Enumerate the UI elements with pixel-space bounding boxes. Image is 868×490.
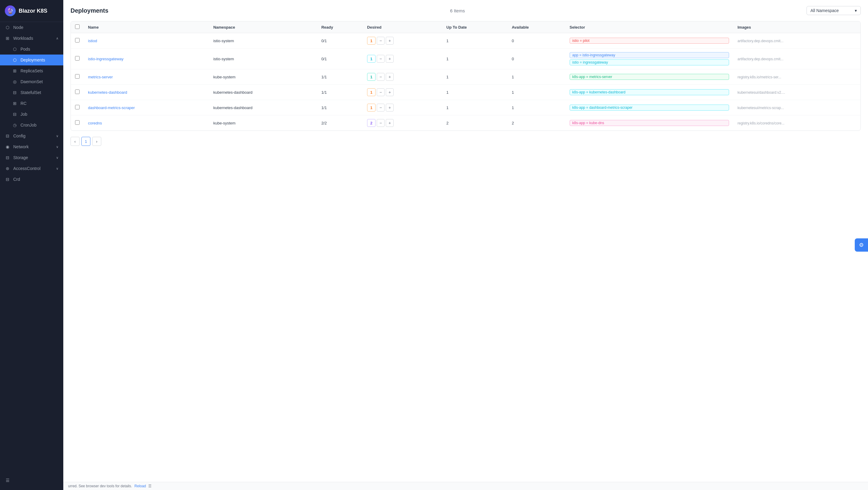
increment-button[interactable]: + [386,37,394,44]
page-header: Deployments 6 Items All Namespace ▾ [70,6,861,15]
workloads-submenu: ⬡ Pods ⬡ Deployments ⊞ ReplicaSets ◎ Dae… [0,44,63,130]
deployment-selectors: k8s-app = kube-dns [565,115,733,131]
deployment-name[interactable]: dashboard-metrics-scraper [84,100,209,115]
sidebar-item-job[interactable]: ⊟ Job [0,109,63,120]
sidebar-item-label: CronJob [21,123,59,127]
sidebar-item-node[interactable]: ⬡ Node [0,22,63,33]
row-checkbox[interactable] [75,90,80,94]
namespace-dropdown[interactable]: All Namespace ▾ [807,6,861,15]
sidebar-item-pods[interactable]: ⬡ Pods [0,44,63,55]
col-name: Name [84,21,209,33]
sidebar-item-cronjob[interactable]: ◷ CronJob [0,120,63,130]
deployment-namespace: kubernetes-dashboard [209,85,317,100]
decrement-button[interactable]: − [377,55,384,63]
status-message: urred. See browser dev tools for details… [68,484,132,488]
sidebar-item-label: Workloads [13,36,53,41]
next-page-button[interactable]: › [92,137,101,146]
deployment-images: kubernetesui/metrics-scrap... [733,100,861,115]
deployment-available: 0 [507,49,565,69]
row-checkbox-cell [71,33,84,49]
row-checkbox[interactable] [75,74,80,79]
sidebar-item-accesscontrol[interactable]: ⊛ AccessControl ∨ [0,163,63,174]
namespace-chevron: ▾ [855,8,857,13]
table-row: coredns kube-system 2/2 2 − + 2 2 k8s-ap… [71,115,861,131]
deployment-desired: 1 − + [363,85,442,100]
increment-button[interactable]: + [386,55,394,63]
namespace-value: All Namespace [810,8,839,13]
increment-button[interactable]: + [386,119,394,127]
deployment-images: registry.k8s.io/metrics-ser... [733,69,861,85]
deployment-uptodate: 1 [442,100,507,115]
chevron-down-icon: ∨ [56,167,59,171]
deployment-name[interactable]: coredns [84,115,209,131]
app-title: Blazor K8S [19,8,47,14]
deployment-namespace: kubernetes-dashboard [209,100,317,115]
deployment-images: registry.k8s.io/coredns/core... [733,115,861,131]
increment-button[interactable]: + [386,73,394,81]
sidebar-item-config[interactable]: ⊟ Config ∨ [0,130,63,141]
chevron-up-icon: ∧ [56,36,59,40]
deployment-name[interactable]: metrics-server [84,69,209,85]
deployment-desired: 1 − + [363,69,442,85]
node-icon: ⬡ [5,25,10,30]
sidebar-item-rc[interactable]: ⊞ RC [0,98,63,109]
table-row: metrics-server kube-system 1/1 1 − + 1 1… [71,69,861,85]
sidebar-item-workloads[interactable]: ⊞ Workloads ∧ [0,33,63,44]
decrement-button[interactable]: − [377,88,384,96]
main-content: Deployments 6 Items All Namespace ▾ Name… [63,0,868,490]
sidebar-item-storage[interactable]: ⊟ Storage ∨ [0,152,63,163]
logo-icon: 🔮 [5,5,16,16]
deployment-selectors: k8s-app = dashboard-metrics-scraper [565,100,733,115]
sidebar-item-label: ReplicaSets [21,68,59,73]
select-all-checkbox[interactable] [75,24,80,29]
decrement-button[interactable]: − [377,119,384,127]
prev-page-button[interactable]: ‹ [70,137,80,146]
sidebar-item-statefulset[interactable]: ⊟ StatefulSet [0,87,63,98]
deployment-uptodate: 1 [442,33,507,49]
deployment-images: artifactory.dep.devops.cmit... [733,33,861,49]
job-icon: ⊟ [12,112,18,117]
row-checkbox[interactable] [75,38,80,42]
deployment-available: 1 [507,69,565,85]
col-selector: Selector [565,21,733,33]
deployment-uptodate: 2 [442,115,507,131]
row-checkbox[interactable] [75,105,80,110]
deployment-name[interactable]: istio-ingressgateway [84,49,209,69]
sidebar-item-network[interactable]: ◉ Network ∨ [0,141,63,152]
sidebar-item-deployments[interactable]: ⬡ Deployments [0,55,63,65]
row-checkbox-cell [71,100,84,115]
col-desired: Desired [363,21,442,33]
sidebar-item-label: Network [13,144,53,149]
col-images: Images [733,21,861,33]
decrement-button[interactable]: − [377,104,384,112]
deployment-available: 2 [507,115,565,131]
sidebar-item-replicasets[interactable]: ⊞ ReplicaSets [0,65,63,76]
sidebar-item-crd[interactable]: ⊟ Crd [0,174,63,185]
deployment-images: artifactory.dep.devops.cmit... [733,49,861,69]
increment-button[interactable]: + [386,88,394,96]
deployment-uptodate: 1 [442,85,507,100]
deployment-ready: 2/2 [317,115,363,131]
decrement-button[interactable]: − [377,37,384,44]
deployment-name[interactable]: kubernetes-dashboard [84,85,209,100]
deployment-uptodate: 1 [442,69,507,85]
deployment-selectors: k8s-app = kubernetes-dashboard [565,85,733,100]
reload-link[interactable]: Reload [134,484,146,488]
settings-fab[interactable]: ⚙ [855,238,868,252]
sidebar-item-menu[interactable]: ☰ [5,476,59,485]
row-checkbox-cell [71,85,84,100]
sidebar-item-label: Config [13,133,53,138]
sidebar-item-label: AccessControl [13,166,53,171]
statefulset-icon: ⊟ [12,90,18,95]
deployment-name[interactable]: istiod [84,33,209,49]
storage-icon: ⊟ [5,155,10,160]
chevron-down-icon: ∨ [56,156,59,160]
row-checkbox[interactable] [75,120,80,125]
row-checkbox[interactable] [75,56,80,61]
increment-button[interactable]: + [386,104,394,112]
row-checkbox-cell [71,115,84,131]
page-1-button[interactable]: 1 [82,137,90,146]
sidebar-item-daemonset[interactable]: ◎ DaemonSet [0,76,63,87]
sidebar-item-label: StatefulSet [21,90,59,95]
decrement-button[interactable]: − [377,73,384,81]
